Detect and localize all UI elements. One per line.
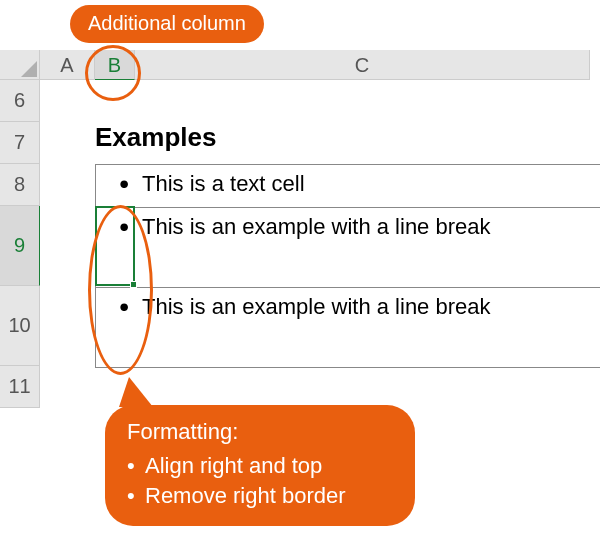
table-row: • This is a text cell bbox=[96, 165, 600, 207]
annotation-ellipse-bullets bbox=[88, 205, 153, 375]
row-header-9[interactable]: 9 bbox=[0, 206, 40, 286]
callout-tail bbox=[119, 377, 153, 407]
select-all-triangle-icon bbox=[21, 61, 37, 77]
row-header-10[interactable]: 10 bbox=[0, 286, 40, 366]
text-cell[interactable]: This is an example with a line break bbox=[136, 288, 600, 367]
table-row: • This is an example with a line break bbox=[96, 287, 600, 367]
callout-title: Formatting: bbox=[127, 419, 391, 445]
callout-additional-column: Additional column bbox=[70, 5, 264, 43]
table-row: • This is an example with a line break bbox=[96, 207, 600, 287]
row-header-11[interactable]: 11 bbox=[0, 366, 40, 408]
cell-title[interactable]: Examples bbox=[95, 122, 216, 153]
callout-item: Remove right border bbox=[127, 481, 391, 511]
callout-formatting: Formatting: Align right and top Remove r… bbox=[105, 405, 415, 526]
bullet-cell[interactable]: • bbox=[96, 165, 136, 207]
callout-item: Align right and top bbox=[127, 451, 391, 481]
row-header-7[interactable]: 7 bbox=[0, 122, 40, 164]
column-header-c[interactable]: C bbox=[135, 50, 590, 80]
example-table: • This is a text cell • This is an examp… bbox=[95, 164, 600, 368]
row-header-8[interactable]: 8 bbox=[0, 164, 40, 206]
text-cell[interactable]: This is a text cell bbox=[136, 165, 600, 207]
row-header-6[interactable]: 6 bbox=[0, 80, 40, 122]
text-cell[interactable]: This is an example with a line break bbox=[136, 208, 600, 287]
annotation-circle-column-b bbox=[85, 45, 141, 101]
svg-marker-0 bbox=[21, 61, 37, 77]
select-all-corner[interactable] bbox=[0, 50, 40, 80]
